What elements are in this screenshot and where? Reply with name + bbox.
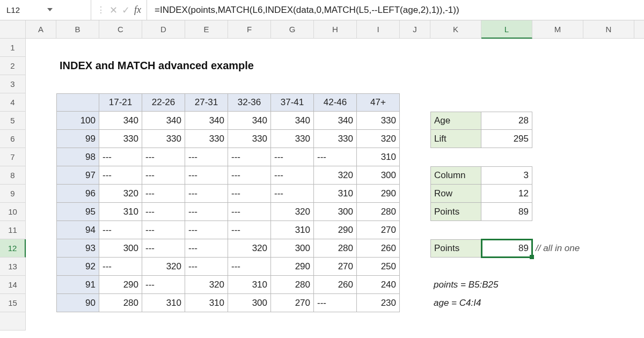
cell[interactable]: 91 — [56, 276, 99, 294]
cell[interactable]: --- — [314, 148, 357, 166]
cell[interactable]: 310 — [314, 185, 357, 203]
cell[interactable]: 97 — [56, 166, 99, 185]
fx-icon[interactable]: fx — [134, 4, 141, 16]
cell[interactable] — [26, 130, 56, 148]
cell[interactable] — [99, 39, 142, 57]
chevron-down-icon[interactable] — [46, 6, 86, 14]
formula-input[interactable] — [147, 0, 644, 20]
cell[interactable]: 290 — [314, 221, 357, 239]
cell[interactable] — [430, 312, 481, 330]
cell[interactable]: --- — [142, 276, 185, 294]
spreadsheet-grid[interactable]: ABCDEFGHIJKLMN12INDEX and MATCH advanced… — [0, 20, 644, 330]
cell[interactable] — [583, 93, 634, 112]
cell[interactable]: --- — [99, 221, 142, 239]
cell[interactable]: --- — [185, 148, 228, 166]
cell[interactable]: --- — [228, 185, 271, 203]
row-header[interactable]: 12 — [0, 239, 26, 258]
cell[interactable] — [532, 312, 583, 330]
column-header[interactable]: N — [583, 20, 634, 39]
cell[interactable] — [583, 221, 634, 239]
cell[interactable] — [583, 75, 634, 93]
cell[interactable] — [400, 75, 430, 93]
row-header[interactable]: 15 — [0, 294, 26, 312]
cell[interactable]: --- — [185, 258, 228, 276]
cell[interactable]: 300 — [99, 239, 142, 258]
column-header[interactable]: G — [271, 20, 314, 39]
cell[interactable] — [583, 148, 634, 166]
cell[interactable]: INDEX and MATCH advanced example — [56, 57, 400, 75]
cell[interactable] — [357, 39, 400, 57]
row-header[interactable]: 7 — [0, 148, 26, 166]
cell[interactable]: 290 — [99, 276, 142, 294]
cell[interactable] — [26, 294, 56, 312]
cell[interactable]: 340 — [99, 112, 142, 130]
cell[interactable] — [481, 57, 532, 75]
cell[interactable] — [583, 312, 634, 330]
cell[interactable]: --- — [142, 203, 185, 221]
cell[interactable]: --- — [228, 166, 271, 185]
cell[interactable]: --- — [142, 166, 185, 185]
cell[interactable]: 270 — [314, 258, 357, 276]
row-header[interactable]: 1 — [0, 39, 26, 57]
row-header[interactable]: 11 — [0, 221, 26, 239]
cell[interactable]: 320 — [228, 239, 271, 258]
cell[interactable] — [634, 75, 644, 93]
cell[interactable] — [532, 93, 583, 112]
cell[interactable] — [400, 112, 430, 130]
cell[interactable] — [56, 75, 99, 93]
cell[interactable] — [26, 166, 56, 185]
cell[interactable]: 230 — [357, 294, 400, 312]
row-header[interactable]: 2 — [0, 57, 26, 75]
cell[interactable]: --- — [271, 166, 314, 185]
cell[interactable]: 320 — [142, 258, 185, 276]
cell[interactable] — [26, 312, 56, 330]
cell[interactable]: 320 — [357, 130, 400, 148]
cell[interactable] — [142, 312, 185, 330]
cell[interactable] — [26, 112, 56, 130]
cell[interactable] — [583, 276, 634, 294]
cell[interactable]: --- — [314, 294, 357, 312]
cell[interactable]: 17-21 — [99, 93, 142, 112]
cell[interactable] — [634, 57, 644, 75]
cell[interactable] — [481, 312, 532, 330]
cell[interactable] — [634, 276, 644, 294]
cell[interactable]: 300 — [271, 239, 314, 258]
cell[interactable]: 240 — [357, 276, 400, 294]
cell[interactable] — [583, 294, 634, 312]
cell[interactable] — [583, 203, 634, 221]
cell[interactable] — [430, 57, 481, 75]
cell[interactable]: 28 — [481, 112, 532, 130]
cell[interactable] — [142, 39, 185, 57]
cell[interactable] — [228, 75, 271, 93]
cell[interactable] — [634, 148, 644, 166]
cell[interactable]: 270 — [271, 294, 314, 312]
cell[interactable]: 310 — [99, 203, 142, 221]
cell[interactable] — [56, 39, 99, 57]
cell[interactable]: 320 — [271, 203, 314, 221]
cell[interactable] — [357, 312, 400, 330]
cell[interactable]: 89 — [481, 203, 532, 221]
cell[interactable]: Points — [430, 239, 481, 258]
cell[interactable]: 300 — [228, 294, 271, 312]
column-header[interactable]: L — [481, 20, 532, 39]
cell[interactable] — [583, 166, 634, 185]
cell[interactable] — [532, 39, 583, 57]
cell[interactable]: 96 — [56, 185, 99, 203]
cell[interactable]: 295 — [481, 130, 532, 148]
row-header[interactable]: 10 — [0, 203, 26, 221]
cell[interactable]: 280 — [99, 294, 142, 312]
cell[interactable] — [56, 312, 99, 330]
cell[interactable] — [634, 221, 644, 239]
cell[interactable]: 250 — [357, 258, 400, 276]
cell[interactable]: 98 — [56, 148, 99, 166]
cell[interactable] — [430, 221, 481, 239]
cell[interactable]: --- — [99, 166, 142, 185]
row-header[interactable]: 4 — [0, 93, 26, 112]
cell[interactable] — [26, 57, 56, 75]
cell[interactable]: 280 — [357, 203, 400, 221]
cell[interactable]: --- — [228, 148, 271, 166]
cell[interactable] — [532, 130, 583, 148]
cell[interactable]: 320 — [99, 185, 142, 203]
cell[interactable]: 330 — [99, 130, 142, 148]
cell[interactable] — [400, 93, 430, 112]
